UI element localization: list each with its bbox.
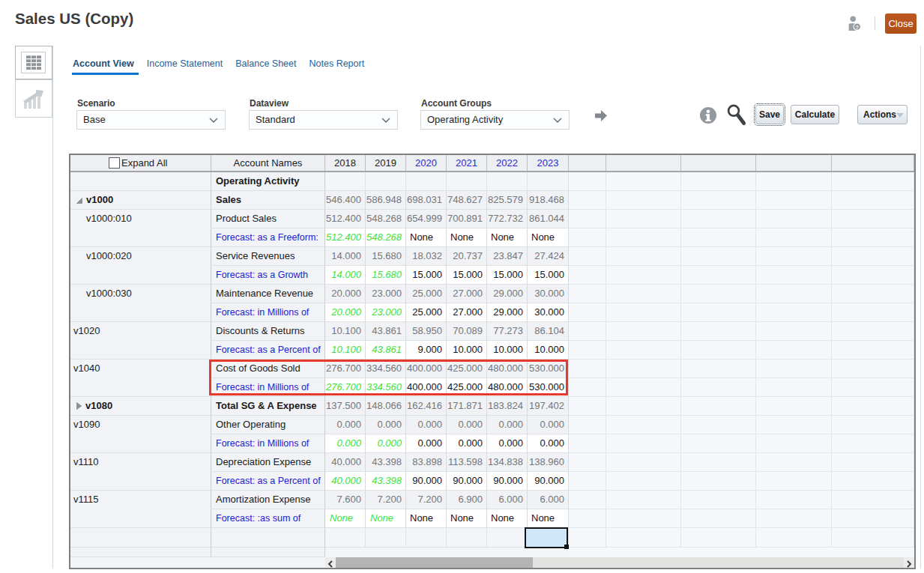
svg-text:?: ? <box>855 24 859 31</box>
